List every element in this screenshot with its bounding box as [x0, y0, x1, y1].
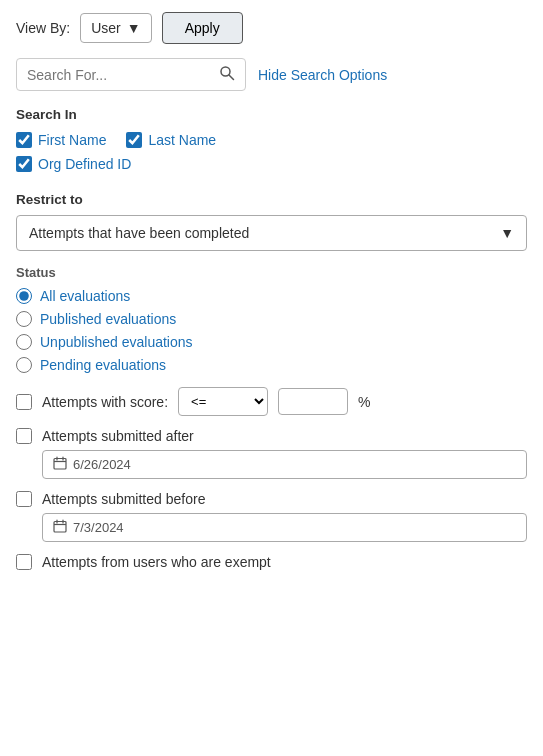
view-by-value: User: [91, 20, 121, 36]
attempts-after-row: Attempts submitted after: [16, 428, 527, 444]
calendar-icon-after: [53, 456, 67, 473]
attempts-before-checkbox[interactable]: [16, 491, 32, 507]
attempts-after-date[interactable]: 6/26/2024: [42, 450, 527, 479]
pending-label: Pending evaluations: [40, 357, 166, 373]
hide-search-options-link[interactable]: Hide Search Options: [258, 67, 387, 83]
all-evaluations-label: All evaluations: [40, 288, 130, 304]
search-in-row-1: First Name Last Name: [16, 132, 527, 148]
pending-radio[interactable]: [16, 357, 32, 373]
view-by-row: View By: User ▼ Apply: [16, 12, 527, 44]
restrict-to-section: Restrict to Attempts that have been comp…: [16, 192, 527, 251]
status-section: Status All evaluations Published evaluat…: [16, 265, 527, 373]
svg-rect-2: [54, 459, 66, 470]
restrict-to-value: Attempts that have been completed: [29, 225, 249, 241]
exempt-label: Attempts from users who are exempt: [42, 554, 271, 570]
attempts-after-section: Attempts submitted after 6/26/2024: [16, 428, 527, 479]
all-evaluations-radio-item[interactable]: All evaluations: [16, 288, 527, 304]
search-in-label: Search In: [16, 107, 527, 122]
pending-radio-item[interactable]: Pending evaluations: [16, 357, 527, 373]
search-row: Hide Search Options: [16, 58, 527, 91]
search-input-wrap: [16, 58, 246, 91]
percent-symbol: %: [358, 394, 370, 410]
calendar-icon-before: [53, 519, 67, 536]
score-operator-select[interactable]: <= >= = < >: [178, 387, 268, 416]
attempts-after-date-value: 6/26/2024: [73, 457, 131, 472]
first-name-label: First Name: [38, 132, 106, 148]
view-by-select[interactable]: User ▼: [80, 13, 151, 43]
exempt-row: Attempts from users who are exempt: [16, 554, 527, 570]
attempts-before-date[interactable]: 7/3/2024: [42, 513, 527, 542]
attempts-with-score-row: Attempts with score: <= >= = < > %: [16, 387, 527, 416]
restrict-to-label: Restrict to: [16, 192, 527, 207]
last-name-label: Last Name: [148, 132, 216, 148]
restrict-to-select[interactable]: Attempts that have been completed ▼: [16, 215, 527, 251]
attempts-with-score-checkbox[interactable]: [16, 394, 32, 410]
last-name-checkbox[interactable]: [126, 132, 142, 148]
unpublished-radio-item[interactable]: Unpublished evaluations: [16, 334, 527, 350]
attempts-before-label: Attempts submitted before: [42, 491, 205, 507]
published-radio-item[interactable]: Published evaluations: [16, 311, 527, 327]
svg-rect-6: [54, 522, 66, 533]
exempt-checkbox[interactable]: [16, 554, 32, 570]
last-name-checkbox-item[interactable]: Last Name: [126, 132, 216, 148]
first-name-checkbox[interactable]: [16, 132, 32, 148]
attempts-after-label: Attempts submitted after: [42, 428, 194, 444]
org-id-checkbox-item[interactable]: Org Defined ID: [16, 156, 131, 172]
search-in-section: Search In First Name Last Name Org Defin…: [16, 107, 527, 172]
org-id-checkbox[interactable]: [16, 156, 32, 172]
attempts-before-date-value: 7/3/2024: [73, 520, 124, 535]
search-input[interactable]: [27, 67, 219, 83]
score-value-input[interactable]: [278, 388, 348, 415]
first-name-checkbox-item[interactable]: First Name: [16, 132, 106, 148]
attempts-before-row: Attempts submitted before: [16, 491, 527, 507]
chevron-down-icon: ▼: [127, 20, 141, 36]
attempts-after-checkbox[interactable]: [16, 428, 32, 444]
published-radio[interactable]: [16, 311, 32, 327]
search-in-row-2: Org Defined ID: [16, 156, 527, 172]
svg-line-1: [229, 75, 234, 80]
published-label: Published evaluations: [40, 311, 176, 327]
status-label: Status: [16, 265, 527, 280]
search-icon: [219, 65, 235, 84]
unpublished-label: Unpublished evaluations: [40, 334, 193, 350]
all-evaluations-radio[interactable]: [16, 288, 32, 304]
org-id-label: Org Defined ID: [38, 156, 131, 172]
attempts-before-section: Attempts submitted before 7/3/2024: [16, 491, 527, 542]
unpublished-radio[interactable]: [16, 334, 32, 350]
apply-button[interactable]: Apply: [162, 12, 243, 44]
view-by-label: View By:: [16, 20, 70, 36]
attempts-with-score-label: Attempts with score:: [42, 394, 168, 410]
restrict-chevron-icon: ▼: [500, 225, 514, 241]
